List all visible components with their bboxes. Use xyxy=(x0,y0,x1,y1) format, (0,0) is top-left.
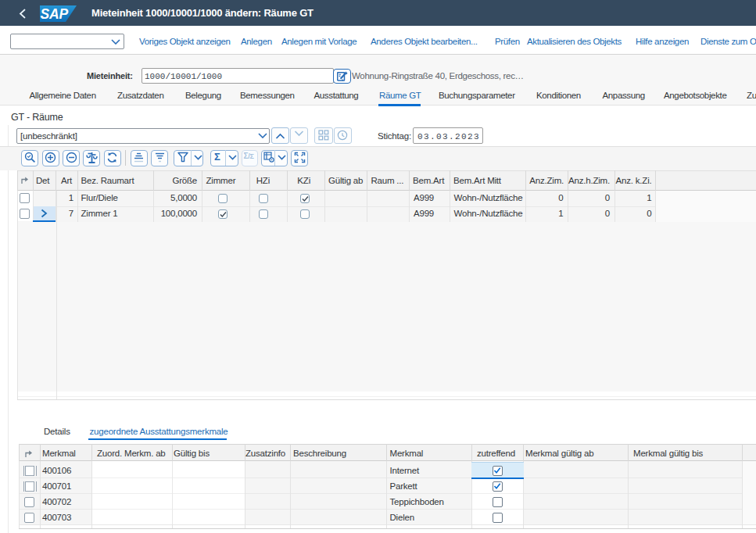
svg-text:SAP: SAP xyxy=(41,6,69,22)
